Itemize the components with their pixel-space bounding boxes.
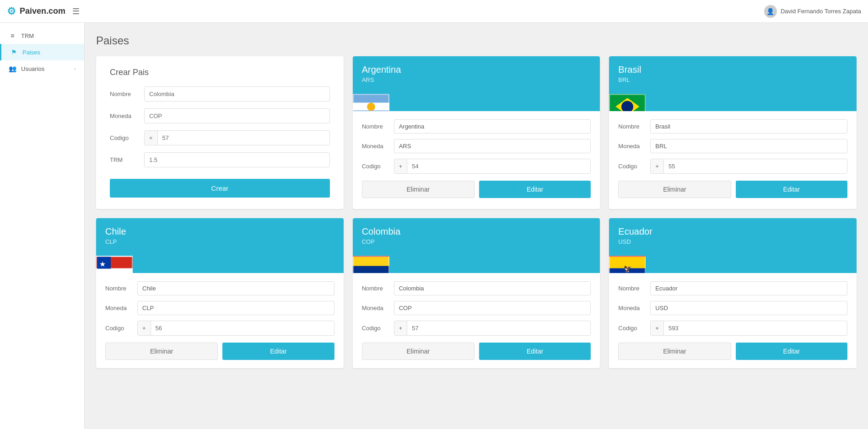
brasil-editar-button[interactable]: Editar xyxy=(736,181,847,198)
colombia-eliminar-button[interactable]: Eliminar xyxy=(362,343,474,360)
country-card-brasil: Brasil BRL Nombre Moneda xyxy=(609,56,857,209)
codigo-number-input[interactable] xyxy=(158,131,329,145)
nombre-input[interactable] xyxy=(144,86,330,102)
user-name: David Fernando Torres Zapata xyxy=(781,8,861,15)
usuarios-icon: 👥 xyxy=(8,65,16,72)
topbar: ⚙ Paiven.com ☰ 👤 David Fernando Torres Z… xyxy=(0,0,868,23)
argentina-codigo-wrapper: + xyxy=(394,159,591,174)
argentina-nombre-row: Nombre xyxy=(362,119,591,134)
codigo-wrapper: + xyxy=(144,130,330,145)
nombre-label: Nombre xyxy=(110,91,144,97)
brasil-moneda-input[interactable] xyxy=(650,139,847,153)
brasil-codigo-label: Codigo xyxy=(618,163,650,170)
chile-header: Chile CLP ★ xyxy=(96,218,344,273)
chile-nombre-input[interactable] xyxy=(137,281,334,295)
cards-grid: Crear Pais Nombre Moneda Codigo + xyxy=(96,56,857,368)
main-layout: ≡ TRM ⚑ Paises 👥 Usuarios ‹ Paises Crear… xyxy=(0,23,868,429)
chile-editar-button[interactable]: Editar xyxy=(222,343,334,360)
trm-icon: ≡ xyxy=(8,32,16,39)
argentina-actions: Eliminar Editar xyxy=(362,181,591,198)
chile-eliminar-button[interactable]: Eliminar xyxy=(105,343,218,360)
colombia-moneda-row: Moneda xyxy=(362,301,591,315)
paises-icon: ⚑ xyxy=(10,48,18,56)
topbar-left: ⚙ Paiven.com ☰ xyxy=(7,5,80,17)
ecuador-coat-icon: 🦅 xyxy=(624,265,631,272)
colombia-plus: + xyxy=(394,321,408,335)
colombia-body: Nombre Moneda Codigo + xyxy=(353,273,600,368)
colombia-moneda-input[interactable] xyxy=(394,301,591,315)
ecuador-flag: 🦅 xyxy=(609,256,646,273)
brasil-actions: Eliminar Editar xyxy=(618,181,847,198)
chile-codigo-wrapper: + xyxy=(137,321,334,336)
brasil-header: Brasil BRL xyxy=(609,56,857,111)
colombia-name: Colombia xyxy=(362,226,591,237)
colombia-codigo-input[interactable] xyxy=(407,321,590,335)
create-card-title: Crear Pais xyxy=(110,68,330,77)
moneda-input[interactable] xyxy=(144,108,330,123)
ecuador-codigo-wrapper: + xyxy=(650,321,847,336)
chile-codigo-input[interactable] xyxy=(151,321,334,335)
collapse-icon: ‹ xyxy=(74,66,76,71)
colombia-nombre-input[interactable] xyxy=(394,281,591,295)
colombia-codigo-wrapper: + xyxy=(394,321,591,336)
trm-label: TRM xyxy=(110,156,144,163)
brasil-codigo-wrapper: + xyxy=(650,159,847,174)
ecuador-body: Nombre Moneda Codigo + xyxy=(609,273,857,368)
avatar: 👤 xyxy=(764,5,777,18)
brasil-moneda-label: Moneda xyxy=(618,143,650,150)
hamburger-icon[interactable]: ☰ xyxy=(72,6,80,16)
ecuador-plus: + xyxy=(651,321,664,335)
chile-nombre-label: Nombre xyxy=(105,285,137,292)
crear-button[interactable]: Crear xyxy=(110,179,330,198)
sidebar-item-paises[interactable]: ⚑ Paises xyxy=(0,44,84,60)
argentina-name: Argentina xyxy=(362,64,591,75)
colombia-currency: COP xyxy=(362,238,591,245)
brasil-nombre-input[interactable] xyxy=(650,119,847,134)
ecuador-codigo-input[interactable] xyxy=(664,321,847,335)
country-card-ecuador: Ecuador USD 🦅 Nombre Moneda xyxy=(609,218,857,368)
logo-text: Paiven.com xyxy=(20,6,65,16)
ecuador-name: Ecuador xyxy=(618,226,847,237)
logo: ⚙ Paiven.com xyxy=(7,5,65,17)
codigo-plus: + xyxy=(145,131,158,145)
ecuador-codigo-row: Codigo + xyxy=(618,321,847,336)
argentina-moneda-row: Moneda xyxy=(362,139,591,153)
argentina-codigo-input[interactable] xyxy=(407,159,590,173)
codigo-row: Codigo + xyxy=(110,130,330,145)
content-area: Paises Crear Pais Nombre Moneda Codigo + xyxy=(85,23,868,429)
brasil-nombre-label: Nombre xyxy=(618,123,650,130)
argentina-sun xyxy=(367,102,375,111)
brasil-plus: + xyxy=(651,159,664,173)
page-title: Paises xyxy=(96,34,857,47)
brasil-body: Nombre Moneda Codigo + xyxy=(609,111,857,206)
sidebar-item-trm[interactable]: ≡ TRM xyxy=(0,27,84,44)
argentina-eliminar-button[interactable]: Eliminar xyxy=(362,181,474,198)
sidebar-item-label-paises: Paises xyxy=(22,49,40,56)
argentina-editar-button[interactable]: Editar xyxy=(479,181,591,198)
chile-moneda-input[interactable] xyxy=(137,301,334,315)
ecuador-eliminar-button[interactable]: Eliminar xyxy=(618,343,731,360)
ecuador-currency: USD xyxy=(618,238,847,245)
colombia-editar-button[interactable]: Editar xyxy=(479,343,591,360)
argentina-nombre-input[interactable] xyxy=(394,119,591,134)
argentina-moneda-input[interactable] xyxy=(394,139,591,153)
chile-body: Nombre Moneda Codigo + xyxy=(96,273,344,368)
trm-input[interactable] xyxy=(144,152,330,167)
colombia-nombre-row: Nombre xyxy=(362,281,591,295)
brasil-flag xyxy=(609,94,646,112)
ecuador-moneda-input[interactable] xyxy=(650,301,847,315)
ecuador-editar-button[interactable]: Editar xyxy=(736,343,847,360)
ecuador-codigo-label: Codigo xyxy=(618,325,650,332)
sidebar-item-label-trm: TRM xyxy=(21,32,34,39)
chile-star-icon: ★ xyxy=(99,260,106,268)
nombre-row: Nombre xyxy=(110,86,330,102)
colombia-header: Colombia COP xyxy=(353,218,600,273)
ecuador-header: Ecuador USD 🦅 xyxy=(609,218,857,273)
ecuador-nombre-input[interactable] xyxy=(650,281,847,295)
sidebar-item-usuarios[interactable]: 👥 Usuarios ‹ xyxy=(0,60,84,77)
chile-flag: ★ xyxy=(96,256,133,273)
brasil-codigo-input[interactable] xyxy=(664,159,847,173)
brasil-codigo-row: Codigo + xyxy=(618,159,847,174)
colombia-flag xyxy=(353,256,389,273)
brasil-eliminar-button[interactable]: Eliminar xyxy=(618,181,731,198)
